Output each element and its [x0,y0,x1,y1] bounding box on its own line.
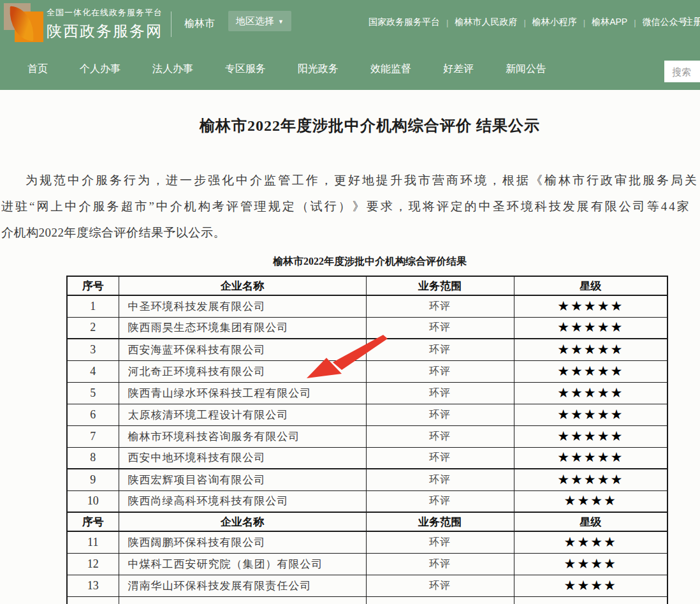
announcement-paragraph: 为规范中介服务行为，进一步强化中介监管工作，更好地提升我市营商环境，根据《榆林市… [0,167,700,246]
main-nav: 首页个人办事法人办事专区服务阳光政务效能监督好差评新闻公告 [0,48,700,90]
nav-menu: 首页个人办事法人办事专区服务阳光政务效能监督好差评新闻公告 [0,48,700,90]
cell-scope: 环评 [366,404,514,425]
nav-item[interactable]: 好差评 [443,63,474,76]
column-header: 序号 [67,512,119,531]
site-name: 陕西政务服务网 [47,21,163,41]
site-logo-icon [4,3,42,44]
region-select-label: 地区选择 [236,15,274,26]
top-link[interactable]: 微信公众号 [643,17,687,28]
page-title: 榆林市2022年度涉批中介机构综合评价 结果公示 [0,115,700,136]
cell-scope: 环评 [366,425,514,447]
cell-no: 6 [67,404,119,425]
cell-no: 5 [67,382,119,404]
cell-name: 西安中地环境科技有限公司 [119,447,366,469]
cell-name: 中煤科工西安研究院（集团）有限公司 [119,553,366,575]
cell-stars: ★★★★★ [514,295,667,317]
cell-stars: ★★★★★ [514,360,667,382]
cell-scope: 环评 [366,295,514,317]
cell-stars [514,596,667,604]
cell-scope: 环评 [366,339,514,360]
table-wrapper: 序号企业名称业务范围星级1中圣环境科技发展有限公司环评★★★★★2陕西雨昊生态环… [66,276,668,604]
cell-name: 陕西雨昊生态环境集团有限公司 [119,317,366,339]
nav-item[interactable]: 效能监督 [370,63,411,76]
cell-scope: 环评 [366,447,514,469]
register-link[interactable]: 注册 [683,16,700,28]
cell-stars: ★★★★★ [514,404,667,425]
table-row: 11陕西阔鹏环保科技有限公司环评★★★★ [67,531,667,553]
current-city-label: 榆林市 [184,17,215,31]
table-row: 2陕西雨昊生态环境集团有限公司环评★★★★★ [67,317,667,339]
top-link[interactable]: 榆林市人民政府 [455,17,517,28]
table-caption: 榆林市2022年度涉批中介机构综合评价结果 [0,255,700,269]
vertical-divider [171,11,171,37]
cell-name: 陕西青山绿水环保科技工程有限公司 [119,382,366,404]
column-header: 业务范围 [366,276,514,295]
cell-name: 渭南华山环保科技发展有限责任公司 [119,575,366,596]
column-header: 企业名称 [119,276,366,295]
cell-scope: 环评 [366,490,514,512]
cell-stars: ★★★★ [514,531,667,553]
cell-stars: ★★★★★ [514,317,667,339]
cell-stars: ★★★★★ [514,382,667,404]
chevron-down-icon: ▼ [278,18,284,25]
eval-table: 序号企业名称业务范围星级1中圣环境科技发展有限公司环评★★★★★2陕西雨昊生态环… [66,276,668,604]
region-select-button[interactable]: 地区选择▼ [228,11,291,31]
table-row: 1中圣环境科技发展有限公司环评★★★★★ [67,295,667,317]
cell-no: 4 [67,360,119,382]
table-row: 9陕西宏辉项目咨询有限公司环评★★★★★ [67,469,667,490]
table-row: 12中煤科工西安研究院（集团）有限公司环评★★★★ [67,553,667,575]
nav-item[interactable]: 新闻公告 [506,63,546,76]
cell-name: 陕西阔鹏环保科技有限公司 [119,531,366,553]
cell-scope: 环评 [366,531,514,553]
link-divider: | [634,18,636,27]
cell-name: 陕西宏辉项目咨询有限公司 [119,469,366,490]
brand-row: 全国一体化在线政务服务平台 陕西政务服务网 榆林市 地区选择▼ 国家政务服务平台… [0,0,700,48]
search-input[interactable] [664,61,700,82]
column-header: 序号 [67,276,119,295]
cell-no [67,596,119,604]
paragraph-line: 为规范中介服务行为，进一步强化中介监管工作，更好地提升我市营商环境，根据《榆林市… [0,167,700,193]
table-row: 5陕西青山绿水环保科技工程有限公司环评★★★★★ [67,382,667,404]
column-header: 企业名称 [119,512,366,531]
nav-item[interactable]: 首页 [27,63,48,76]
top-link[interactable]: 国家政务服务平台 [368,17,440,28]
cell-no: 3 [67,339,119,360]
table-row: 8西安中地环境科技有限公司环评★★★★★ [67,447,667,469]
cell-stars: ★★★★ [514,553,667,575]
cell-no: 11 [67,531,119,553]
cell-no: 8 [67,447,119,469]
table-header-row: 序号企业名称业务范围星级 [67,512,667,531]
nav-item[interactable]: 专区服务 [225,63,266,76]
cell-scope: 环评 [366,553,514,575]
link-divider: | [583,18,585,27]
platform-tagline: 全国一体化在线政务服务平台 [47,7,163,18]
cell-name: 陕西尚绿高科环境科技有限公司 [119,490,366,512]
cell-no: 10 [67,490,119,512]
cell-stars: ★★★★★ [514,425,667,447]
column-header: 业务范围 [366,512,514,531]
table-row [67,596,667,604]
cell-name: 西安海蓝环保科技有限公司 [119,339,366,360]
top-link[interactable]: 榆林APP [592,17,627,28]
cell-stars: ★★★★ [514,575,667,596]
nav-item[interactable]: 阳光政务 [298,63,339,76]
cell-no: 12 [67,553,119,575]
nav-item[interactable]: 法人办事 [152,63,193,76]
cell-name: 太原核清环境工程设计有限公司 [119,404,366,425]
cell-scope: 环评 [366,382,514,404]
link-divider: | [446,18,448,27]
cell-name [119,596,366,604]
table-header-row: 序号企业名称业务范围星级 [67,276,667,295]
top-link[interactable]: 榆林小程序 [532,17,577,28]
cell-stars: ★★★★★ [514,339,667,360]
brand-text: 全国一体化在线政务服务平台 陕西政务服务网 [47,7,163,41]
cell-no: 2 [67,317,119,339]
nav-item[interactable]: 个人办事 [80,63,120,76]
table-row: 13渭南华山环保科技发展有限责任公司环评★★★★ [67,575,667,596]
table-row: 4河北奇正环境科技有限公司环评★★★★★ [67,360,667,382]
cell-name: 河北奇正环境科技有限公司 [119,360,366,382]
cell-scope [366,596,514,604]
cell-stars: ★★★★★ [514,469,667,490]
column-header: 星级 [514,276,667,295]
cell-no: 9 [67,469,119,490]
